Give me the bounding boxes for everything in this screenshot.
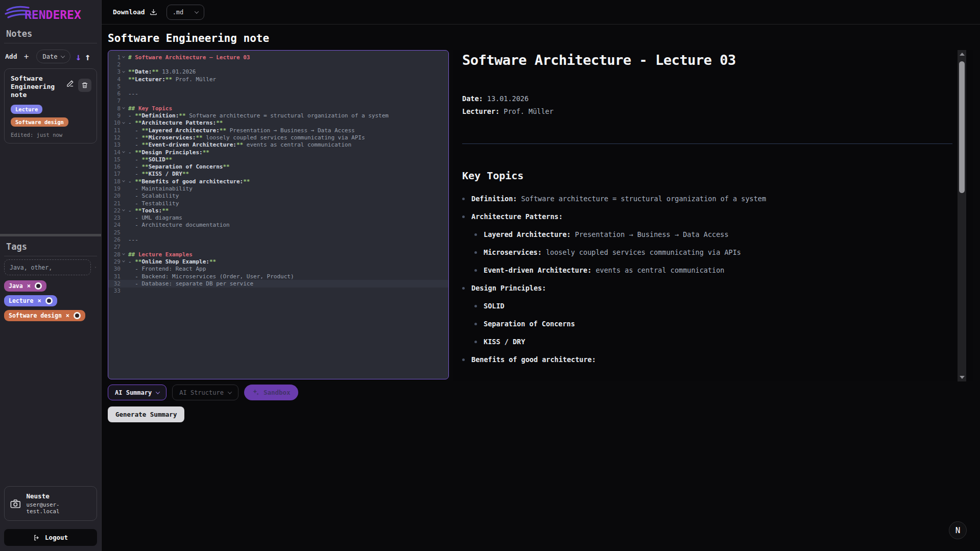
editor-line[interactable]: 16 - **Separation of Concerns** <box>108 163 448 170</box>
scroll-up-button[interactable] <box>958 50 966 58</box>
editor-line[interactable]: 15 - **SOLID** <box>108 156 448 163</box>
preview-divider <box>462 143 952 144</box>
editor-line[interactable]: 11 - **Layered Architecture:** Presentat… <box>108 127 448 134</box>
toggle-circle-icon[interactable] <box>45 297 53 304</box>
editor-line[interactable]: 10- **Architecture Patterns:** <box>108 119 448 127</box>
info-icon[interactable] <box>95 262 96 272</box>
fold-chevron-icon[interactable] <box>121 253 127 255</box>
editor-line[interactable]: 29- **Online Shop Example:** <box>108 258 448 265</box>
preview-scrollbar[interactable] <box>958 50 966 381</box>
sort-descending-button[interactable]: ↓ <box>75 51 81 62</box>
bullet-dot-icon <box>462 215 465 218</box>
toggle-circle-icon[interactable] <box>35 282 42 290</box>
editor-line[interactable]: 20 - Scalability <box>108 193 448 200</box>
sandbox-button[interactable]: Sandbox <box>244 385 298 400</box>
fold-chevron-icon[interactable] <box>121 209 127 211</box>
note-card[interactable]: Software Engineering note Lecture Softwa… <box>4 68 97 143</box>
editor-line[interactable]: 4**Lecturer:** Prof. Müller <box>108 76 448 83</box>
nextjs-dev-badge[interactable]: N <box>949 521 967 539</box>
fold-chevron-icon[interactable] <box>121 180 127 182</box>
editor-line[interactable]: 3**Date:** 13.01.2026 <box>108 68 448 76</box>
editor-line[interactable]: 30 - Frontend: React App <box>108 266 448 273</box>
format-select[interactable]: .md <box>166 5 204 20</box>
line-number: 5 <box>108 83 121 90</box>
editor-line[interactable]: 13 - **Event-driven Architecture:** even… <box>108 141 448 149</box>
preview-bullet-list: Definition: Software architecture = stru… <box>462 194 952 365</box>
delete-note-button[interactable] <box>78 79 91 92</box>
editor-line[interactable]: 33 <box>108 288 448 295</box>
add-label: Add <box>5 53 17 60</box>
close-icon[interactable]: × <box>66 313 69 319</box>
close-icon[interactable]: × <box>37 298 41 304</box>
editor-line[interactable]: 17 - **KISS / DRY** <box>108 171 448 178</box>
sort-select[interactable]: Date <box>36 50 70 63</box>
editor-line[interactable]: 27 <box>108 244 448 251</box>
user-email: user@user-test.local <box>27 501 91 515</box>
code-text: - **Separation of Concerns** <box>127 163 230 170</box>
editor-line[interactable]: 22- **Tools:** <box>108 207 448 214</box>
fold-chevron-icon[interactable] <box>121 260 127 262</box>
ai-structure-button[interactable]: AI Structure <box>172 385 238 400</box>
line-number: 8 <box>108 105 121 112</box>
markdown-preview: Software Architecture - Lecture 03 Date:… <box>453 50 973 381</box>
bullet-item: Design Principles: <box>462 283 952 293</box>
toggle-circle-icon[interactable] <box>74 312 81 319</box>
arrow-up-icon: ↑ <box>85 51 90 62</box>
editor-line[interactable]: 18- **Benefits of good architecture:** <box>108 178 448 185</box>
logout-label: Logout <box>45 534 68 541</box>
notes-divider <box>4 43 97 43</box>
code-text: - **Benefits of good architecture:** <box>127 178 250 185</box>
bullet-dot-icon <box>474 269 477 272</box>
tag-chip[interactable]: Lecture × <box>4 295 57 306</box>
editor-line[interactable]: 26--- <box>108 236 448 243</box>
line-number: 32 <box>108 280 121 287</box>
editor-line[interactable]: 7 <box>108 98 448 105</box>
fold-chevron-icon[interactable] <box>121 56 127 58</box>
editor-line[interactable]: 8## Key Topics <box>108 105 448 112</box>
generate-summary-button[interactable]: Generate Summary <box>108 406 184 422</box>
editor-line[interactable]: 6--- <box>108 90 448 97</box>
note-tag-pill: Software design <box>11 117 68 127</box>
editor-line[interactable]: 14- **Design Principles:** <box>108 149 448 156</box>
editor-line[interactable]: 12 - **Microservices:** loosely coupled … <box>108 134 448 141</box>
editor-line[interactable]: 25 <box>108 229 448 236</box>
scroll-down-button[interactable] <box>958 373 966 381</box>
bullet-item: Microservices: loosely coupled services … <box>474 248 952 257</box>
editor-line[interactable]: 2 <box>108 61 448 68</box>
editor-line[interactable]: 19 - Maintainability <box>108 185 448 192</box>
user-card[interactable]: Neuste user@user-test.local <box>4 486 97 521</box>
editor-line[interactable]: 9- **Definition:** Software architecture… <box>108 112 448 119</box>
editor-line[interactable]: 24 - Architecture documentation <box>108 222 448 229</box>
code-text: - **Tools:** <box>127 207 169 214</box>
editor-line[interactable]: 32 - Database: separate DB per service <box>108 280 448 287</box>
editor-line[interactable]: 5 <box>108 83 448 90</box>
code-text: - Maintainability <box>127 185 193 192</box>
download-button[interactable]: Download <box>113 8 157 16</box>
markdown-editor[interactable]: 1# Software Architecture – Lecture 0323*… <box>108 50 449 379</box>
scroll-thumb[interactable] <box>959 61 965 193</box>
line-number: 30 <box>108 266 121 272</box>
code-text: - Backend: Microservices (Order, User, P… <box>127 273 294 280</box>
sort-ascending-button[interactable]: ↑ <box>85 51 90 62</box>
tag-chip[interactable]: Java × <box>4 280 46 292</box>
nextjs-badge-label: N <box>955 525 961 535</box>
tag-chip[interactable]: Software design × <box>4 310 85 321</box>
editor-line[interactable]: 31 - Backend: Microservices (Order, User… <box>108 273 448 280</box>
editor-line[interactable]: 21 - Testability <box>108 200 448 207</box>
close-icon[interactable]: × <box>27 283 31 289</box>
add-note-button[interactable]: + <box>20 51 32 62</box>
tag-input[interactable] <box>4 259 91 275</box>
edit-note-button[interactable] <box>65 79 75 90</box>
editor-line[interactable]: 28## Lecture Examples <box>108 251 448 258</box>
logout-button[interactable]: Logout <box>4 529 97 546</box>
ai-summary-button[interactable]: AI Summary <box>108 385 166 400</box>
fold-chevron-icon[interactable] <box>121 107 127 109</box>
pencil-icon <box>66 80 74 87</box>
user-name: Neuste <box>27 492 91 500</box>
fold-chevron-icon[interactable] <box>121 151 127 153</box>
preview-title: Software Architecture - Lecture 03 <box>462 52 952 68</box>
editor-line[interactable]: 1# Software Architecture – Lecture 03 <box>108 54 448 61</box>
editor-line[interactable]: 23 - UML diagrams <box>108 214 448 222</box>
fold-chevron-icon[interactable] <box>121 71 127 73</box>
fold-chevron-icon[interactable] <box>121 122 127 124</box>
